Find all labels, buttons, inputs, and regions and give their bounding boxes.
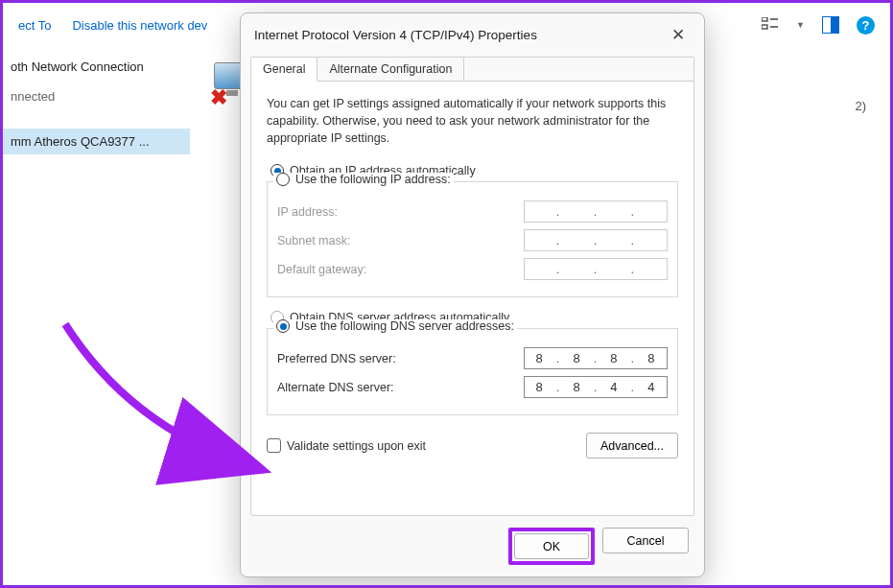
radio-use-dns-manual[interactable]: Use the following DNS server addresses: — [273, 319, 517, 333]
svg-rect-1 — [762, 25, 767, 29]
view-options-button[interactable] — [762, 17, 779, 34]
help-icon[interactable]: ? — [857, 16, 875, 35]
connection-name: oth Network Connection — [3, 56, 190, 78]
radio-icon — [276, 173, 290, 186]
ok-button[interactable]: OK — [514, 533, 589, 559]
checkbox-icon — [267, 438, 281, 453]
view-dropdown-chevron[interactable]: ▼ — [796, 20, 805, 30]
radio-icon — [276, 319, 290, 333]
default-gateway-input: ... — [524, 258, 668, 280]
radio-label: Use the following DNS server addresses: — [295, 319, 514, 333]
connect-to-link[interactable]: ect To — [18, 18, 51, 33]
dns-manual-group: Use the following DNS server addresses: … — [267, 328, 678, 415]
ip-address-input: ... — [524, 200, 668, 223]
tab-strip: General Alternate Configuration — [251, 58, 693, 82]
checkbox-label: Validate settings upon exit — [287, 439, 426, 453]
tab-general[interactable]: General — [251, 58, 317, 82]
preferred-dns-label: Preferred DNS server: — [277, 352, 396, 365]
default-gateway-label: Default gateway: — [277, 263, 366, 276]
adapter-row[interactable]: mm Atheros QCA9377 ... — [3, 129, 190, 154]
radio-label: Use the following IP address: — [295, 173, 451, 186]
radio-use-ip-manual[interactable]: Use the following IP address: — [273, 173, 454, 186]
dialog-button-row: OK Cancel — [241, 516, 704, 576]
svg-rect-0 — [762, 17, 767, 21]
intro-text: You can get IP settings assigned automat… — [267, 95, 678, 147]
preview-pane-icon[interactable] — [822, 16, 839, 34]
ipv4-properties-dialog: Internet Protocol Version 4 (TCP/IPv4) P… — [240, 12, 705, 577]
validate-settings-checkbox[interactable]: Validate settings upon exit — [267, 438, 426, 453]
advanced-button[interactable]: Advanced... — [586, 433, 678, 459]
alternate-dns-label: Alternate DNS server: — [277, 381, 394, 394]
item-count: 2) — [855, 99, 866, 113]
subnet-mask-input: ... — [524, 229, 668, 251]
connection-status: nnected — [3, 85, 190, 107]
close-icon[interactable]: ✕ — [666, 23, 691, 47]
ip-manual-group: Use the following IP address: IP address… — [267, 181, 678, 297]
tab-content-general: You can get IP settings assigned automat… — [251, 82, 693, 515]
dialog-titlebar: Internet Protocol Version 4 (TCP/IPv4) P… — [241, 13, 704, 55]
ip-address-label: IP address: — [277, 205, 338, 219]
tab-alternate-configuration[interactable]: Alternate Configuration — [317, 58, 464, 82]
cancel-button[interactable]: Cancel — [602, 528, 689, 553]
subnet-mask-label: Subnet mask: — [277, 234, 350, 247]
background-content: oth Network Connection nnected mm Athero… — [3, 56, 190, 154]
disabled-x-icon: ✖ — [210, 85, 229, 105]
alternate-dns-input[interactable]: 8. 8. 4. 4 — [524, 376, 668, 398]
preferred-dns-input[interactable]: 8. 8. 8. 8 — [524, 347, 668, 369]
dialog-title: Internet Protocol Version 4 (TCP/IPv4) P… — [254, 28, 537, 42]
disable-device-link[interactable]: Disable this network dev — [72, 18, 207, 33]
ok-button-highlight: OK — [508, 528, 595, 565]
